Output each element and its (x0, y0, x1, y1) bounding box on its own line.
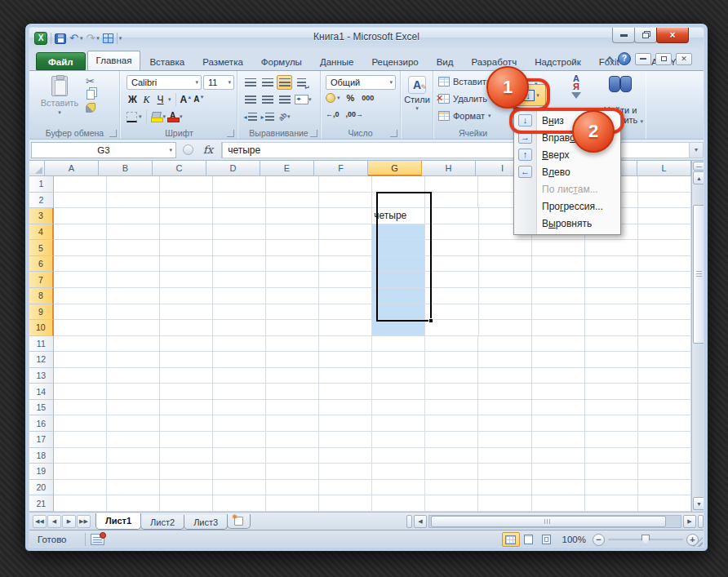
comma-format-button[interactable]: 000 (362, 94, 374, 102)
cell-L13[interactable] (638, 368, 691, 384)
cell-L8[interactable] (638, 288, 691, 304)
workbook-close-button[interactable]: ✕ (676, 53, 692, 65)
cell-J7[interactable] (532, 272, 585, 288)
cell-D4[interactable] (213, 224, 266, 241)
cell-J5[interactable] (532, 240, 585, 256)
cell-A13[interactable] (54, 368, 107, 384)
cell-B10[interactable] (107, 320, 160, 336)
cell-H6[interactable] (425, 256, 478, 273)
cell-F20[interactable] (319, 480, 372, 496)
cell-K19[interactable] (585, 464, 638, 480)
record-macro-icon[interactable] (91, 534, 104, 545)
cell-L14[interactable] (638, 384, 691, 400)
name-box[interactable]: G3 ▾ (31, 142, 176, 158)
cell-G19[interactable] (372, 464, 425, 480)
cell-E14[interactable] (266, 384, 319, 400)
align-top-button[interactable] (242, 75, 258, 90)
cell-K15[interactable] (585, 400, 638, 416)
cell-J11[interactable] (532, 336, 585, 353)
row-header-14[interactable]: 14 (29, 384, 54, 400)
percent-format-button[interactable]: % (347, 93, 355, 103)
cell-J20[interactable] (532, 480, 585, 496)
cell-G7[interactable] (372, 272, 425, 288)
cell-H18[interactable] (425, 448, 478, 464)
cell-I18[interactable] (478, 448, 531, 464)
cell-H1[interactable] (425, 176, 478, 193)
sheet-tab-Лист3[interactable]: Лист3 (184, 515, 228, 530)
cell-J9[interactable] (532, 304, 585, 321)
cell-B11[interactable] (107, 336, 160, 353)
number-format-select[interactable]: Общий▾ (326, 75, 396, 90)
cell-H7[interactable] (425, 272, 478, 288)
cell-C11[interactable] (160, 336, 213, 353)
italic-button[interactable]: К (140, 94, 153, 106)
zoom-slider-thumb[interactable] (641, 535, 650, 545)
menu-item-7[interactable]: Выровнять (515, 215, 619, 232)
insert-sheet-button[interactable] (227, 514, 251, 529)
fill-color-icon[interactable] (151, 112, 162, 122)
row-header-6[interactable]: 6 (29, 256, 54, 273)
cell-H3[interactable] (425, 208, 478, 224)
cell-C3[interactable] (160, 208, 213, 224)
cell-J21[interactable] (532, 495, 585, 512)
cell-E8[interactable] (266, 288, 319, 304)
cell-G2[interactable] (372, 193, 425, 209)
cell-F11[interactable] (319, 336, 372, 353)
tab-Надстройк[interactable]: Надстройк (526, 52, 590, 70)
cell-D3[interactable] (213, 208, 266, 224)
cell-K17[interactable] (585, 432, 638, 448)
minimize-button[interactable] (612, 28, 635, 43)
cell-J10[interactable] (532, 320, 585, 336)
zoom-slider[interactable] (608, 539, 683, 541)
cell-D15[interactable] (213, 400, 266, 416)
cell-K8[interactable] (585, 288, 638, 304)
cell-L20[interactable] (638, 480, 691, 496)
row-header-1[interactable]: 1 (29, 176, 54, 193)
cell-A16[interactable] (54, 415, 107, 432)
cell-B1[interactable] (107, 176, 160, 193)
cell-E2[interactable] (266, 193, 319, 209)
cell-L21[interactable] (638, 495, 691, 512)
zoom-out-icon[interactable]: − (593, 534, 605, 546)
cell-I16[interactable] (478, 415, 531, 432)
increase-decimal-button[interactable]: ←,0 (326, 110, 340, 118)
cell-H17[interactable] (425, 432, 478, 448)
alignment-dialog-launcher[interactable] (310, 130, 317, 137)
cell-C13[interactable] (160, 368, 213, 384)
align-right-button[interactable] (277, 92, 292, 107)
insert-cells-button[interactable]: Вставить (438, 77, 491, 87)
cell-J15[interactable] (532, 400, 585, 416)
cell-G21[interactable] (372, 495, 425, 512)
cell-C20[interactable] (160, 480, 213, 496)
currency-format-icon[interactable] (326, 93, 335, 103)
cell-L4[interactable] (638, 224, 691, 241)
page-break-view-button[interactable] (538, 532, 556, 547)
scroll-left-icon[interactable]: ◀ (414, 515, 427, 528)
sort-filter-button[interactable]: А Я (564, 74, 588, 99)
cell-E13[interactable] (266, 368, 319, 384)
cell-F17[interactable] (319, 432, 372, 448)
tab-Данные[interactable]: Данные (311, 52, 363, 70)
cell-H2[interactable] (425, 193, 478, 209)
cell-G18[interactable] (372, 448, 425, 464)
cell-C15[interactable] (160, 400, 213, 416)
cell-A15[interactable] (54, 400, 107, 416)
row-header-17[interactable]: 17 (29, 432, 54, 448)
cell-E9[interactable] (266, 304, 319, 321)
workbook-restore-button[interactable] (655, 53, 672, 65)
cell-G14[interactable] (372, 384, 425, 400)
sheet-tab-Лист1[interactable]: Лист1 (95, 513, 141, 530)
row-header-21[interactable]: 21 (29, 495, 54, 512)
cell-H11[interactable] (425, 336, 478, 353)
tab-Рецензиро[interactable]: Рецензиро (362, 52, 427, 70)
tab-Формулы[interactable]: Формулы (252, 52, 311, 70)
cell-L12[interactable] (638, 352, 691, 368)
align-middle-button[interactable] (260, 75, 275, 90)
scroll-right-icon[interactable]: ▶ (683, 515, 696, 528)
cell-I15[interactable] (478, 400, 531, 416)
column-header-A[interactable]: A (45, 161, 99, 176)
cell-C18[interactable] (160, 448, 213, 464)
cell-A14[interactable] (54, 384, 107, 400)
vertical-scroll-thumb[interactable] (693, 205, 704, 344)
decrease-font-button[interactable]: A▼ (193, 95, 204, 104)
